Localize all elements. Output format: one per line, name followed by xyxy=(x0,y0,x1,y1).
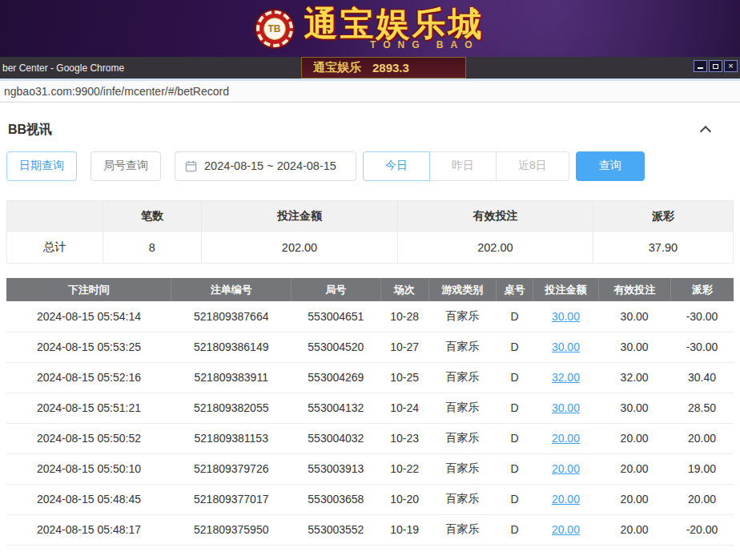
summary-value: 8 xyxy=(103,232,201,264)
bet-cell: 20.00 xyxy=(670,423,734,453)
bet-cell: -30.00 xyxy=(670,332,734,362)
bet-cell: 20.00 xyxy=(598,514,670,545)
bet-cell: 10-27 xyxy=(380,332,428,362)
bet-cell: 10-23 xyxy=(380,423,428,453)
bet-cell: 553004032 xyxy=(292,423,381,453)
round-query-tab[interactable]: 局号查询 xyxy=(90,151,161,181)
bet-cell: 10-25 xyxy=(380,362,428,393)
bet-record-page: BB视讯 日期查询 局号查询 2024-08-15 ~ 2024-08-15 今… xyxy=(0,103,740,546)
bet-cell: 553003552 xyxy=(292,514,381,545)
bet-cell: 2024-08-15 05:50:10 xyxy=(6,453,171,484)
summary-row-label: 总计 xyxy=(7,232,103,264)
bet-header-row: 下注时间注单编号局号场次游戏类别桌号投注金额有效投注派彩 xyxy=(6,278,734,301)
balance-label: 通宝娱乐 xyxy=(313,60,361,75)
bet-amount-link[interactable]: 20.00 xyxy=(552,493,580,506)
minimize-icon xyxy=(698,67,703,69)
bet-amount-link[interactable]: 20.00 xyxy=(552,523,580,536)
bet-cell: 20.00 xyxy=(670,484,734,514)
summary-header-row: 笔数投注金额有效投注派彩 xyxy=(7,201,734,232)
bet-cell: 30.00 xyxy=(533,393,599,423)
bet-row: 2024-08-15 05:53:25521809386149553004520… xyxy=(6,332,734,362)
calendar-icon xyxy=(185,160,197,172)
summary-value: 202.00 xyxy=(202,232,398,264)
close-button[interactable]: × xyxy=(724,60,738,72)
bet-cell: 28.50 xyxy=(670,393,734,423)
collapse-up-icon[interactable] xyxy=(700,126,711,137)
bet-cell: 19.00 xyxy=(670,453,734,484)
address-bar[interactable]: ngbao31.com:9900/infe/mcenter/#/betRecor… xyxy=(0,79,740,103)
bet-cell: 2024-08-15 05:51:21 xyxy=(6,393,171,423)
bet-cell: 百家乐 xyxy=(428,332,496,362)
bet-cell: 521809381153 xyxy=(171,423,292,453)
bet-amount-link[interactable]: 20.00 xyxy=(552,432,580,445)
bet-header-cell: 下注时间 xyxy=(6,278,171,301)
bet-cell: 521809375950 xyxy=(171,514,292,545)
maximize-button[interactable] xyxy=(709,60,722,72)
bet-amount-link[interactable]: 32.00 xyxy=(552,371,580,384)
date-range-input[interactable]: 2024-08-15 ~ 2024-08-15 xyxy=(175,151,356,181)
bet-cell: 10-20 xyxy=(380,484,428,514)
bet-cell: 百家乐 xyxy=(428,393,496,423)
search-button[interactable]: 查询 xyxy=(576,151,645,181)
url-text: ngbao31.com:9900/infe/mcenter/#/betRecor… xyxy=(4,85,229,98)
bet-cell: 2024-08-15 05:54:14 xyxy=(6,301,171,332)
bet-cell: 30.00 xyxy=(598,301,670,332)
bet-cell: 10-19 xyxy=(380,514,428,545)
chip-label: TB xyxy=(263,18,286,40)
logo-title: 通宝娱乐城 xyxy=(304,6,485,42)
window-controls: × xyxy=(694,60,738,72)
summary-header-cell: 有效投注 xyxy=(397,201,593,232)
bet-cell: 30.00 xyxy=(598,332,670,362)
bet-cell: 553003913 xyxy=(292,453,381,484)
bet-cell: 521809386149 xyxy=(171,332,292,362)
bet-row: 2024-08-15 05:54:14521809387664553004651… xyxy=(6,301,734,332)
bet-table: 下注时间注单编号局号场次游戏类别桌号投注金额有效投注派彩 2024-08-15 … xyxy=(6,278,734,546)
minimize-button[interactable] xyxy=(694,60,707,72)
casino-chip-icon: TB xyxy=(256,10,293,47)
balance-value: 2893.3 xyxy=(372,61,409,75)
balance-display: 通宝娱乐 2893.3 xyxy=(301,57,466,79)
bet-cell: 32.00 xyxy=(598,362,670,393)
bet-cell: 20.00 xyxy=(598,484,670,514)
bet-cell: 553004269 xyxy=(292,362,381,393)
date-query-tab[interactable]: 日期查询 xyxy=(6,151,77,181)
bet-cell: 百家乐 xyxy=(428,301,496,332)
bet-cell: 百家乐 xyxy=(428,484,496,514)
bet-amount-link[interactable]: 30.00 xyxy=(552,340,580,353)
bet-cell: 百家乐 xyxy=(428,514,496,545)
bet-row: 2024-08-15 05:48:17521809375950553003552… xyxy=(6,514,734,545)
screen: TB 通宝娱乐城 TONG BAO ber Center - Google Ch… xyxy=(0,0,740,560)
bet-cell: 521809379726 xyxy=(171,453,292,484)
bet-amount-link[interactable]: 30.00 xyxy=(552,401,580,414)
close-icon: × xyxy=(728,62,733,71)
bet-cell: D xyxy=(496,484,533,514)
quick-8days-button[interactable]: 近8日 xyxy=(496,151,569,181)
bet-cell: 百家乐 xyxy=(428,423,496,453)
bet-cell: D xyxy=(496,453,533,484)
summary-header-cell: 投注金额 xyxy=(202,201,398,232)
bet-amount-link[interactable]: 30.00 xyxy=(552,310,580,323)
bet-cell: -20.00 xyxy=(670,514,734,545)
summary-value: 37.90 xyxy=(593,232,733,264)
bet-amount-link[interactable]: 20.00 xyxy=(552,462,580,475)
bet-cell: 10-22 xyxy=(380,453,428,484)
bet-cell: 553004132 xyxy=(292,393,381,423)
bet-cell: D xyxy=(496,514,533,545)
bet-cell: 2024-08-15 05:50:52 xyxy=(6,423,171,453)
bet-cell: 20.00 xyxy=(533,423,599,453)
window-titlebar: ber Center - Google Chrome 通宝娱乐 2893.3 × xyxy=(0,57,740,79)
quick-today-button[interactable]: 今日 xyxy=(363,151,430,181)
bet-header-cell: 注单编号 xyxy=(171,278,292,301)
bet-cell: 20.00 xyxy=(598,453,670,484)
bet-cell: 32.00 xyxy=(533,362,599,393)
window-title: ber Center - Google Chrome xyxy=(0,62,124,74)
bet-cell: 30.00 xyxy=(533,332,599,362)
bet-header-cell: 局号 xyxy=(292,278,381,301)
bet-row: 2024-08-15 05:51:21521809382055553004132… xyxy=(6,393,734,423)
bet-header-cell: 有效投注 xyxy=(598,278,670,301)
bet-cell: 20.00 xyxy=(533,484,599,514)
bet-cell: D xyxy=(496,423,533,453)
quick-yesterday-button[interactable]: 昨日 xyxy=(429,151,497,181)
summary-header-cell xyxy=(7,201,103,232)
site-logo: TB 通宝娱乐城 TONG BAO xyxy=(256,6,485,50)
